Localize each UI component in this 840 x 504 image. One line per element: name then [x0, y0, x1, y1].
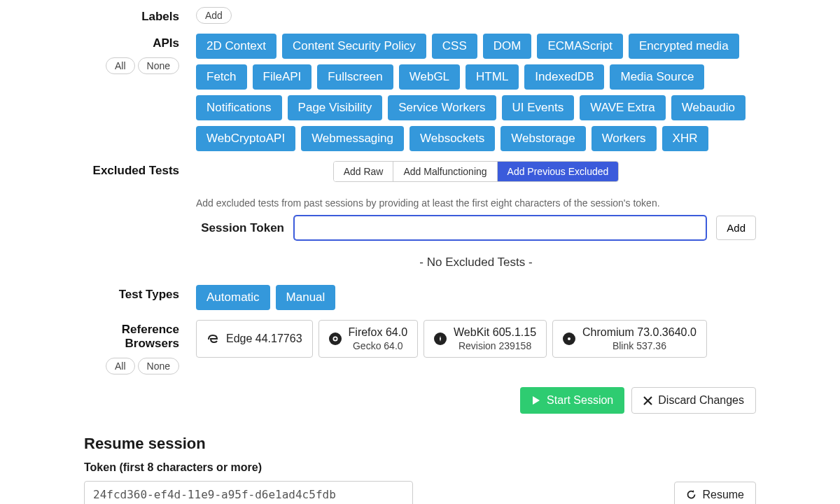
refbrowser-sub: Blink 537.36	[612, 340, 666, 351]
session-token-label: Session Token	[196, 221, 284, 235]
api-tag[interactable]: Webaudio	[671, 95, 746, 120]
api-tag[interactable]: ECMAScript	[537, 34, 623, 59]
testtypes-title: Test Types	[119, 288, 179, 301]
labels-title: Labels	[141, 10, 179, 23]
apis-all-button[interactable]: All	[106, 57, 135, 74]
session-token-input[interactable]	[294, 216, 706, 240]
api-tag[interactable]: Workers	[592, 126, 657, 151]
start-session-button[interactable]: Start Session	[520, 387, 624, 414]
refbrowser-name: Edge 44.17763	[226, 332, 302, 345]
excluded-title: Excluded Tests	[93, 164, 179, 177]
api-tag[interactable]: WAVE Extra	[580, 95, 666, 120]
api-tag[interactable]: WebGL	[399, 64, 460, 90]
api-tag[interactable]: Webstorage	[500, 126, 585, 151]
api-tag[interactable]: Service Workers	[388, 95, 496, 120]
api-tag[interactable]: Media Source	[610, 64, 704, 90]
api-tag[interactable]: Websockets	[410, 126, 495, 151]
api-tag[interactable]: Fullscreen	[317, 64, 393, 90]
excluded-tabs: Add Raw Add Malfunctioning Add Previous …	[333, 161, 620, 182]
api-tag[interactable]: Page Visibility	[288, 95, 383, 120]
api-tag[interactable]: Webmessaging	[301, 126, 404, 151]
excluded-hint: Add excluded tests from past sessions by…	[196, 197, 756, 209]
discard-changes-label: Discard Changes	[658, 394, 744, 407]
svg-point-1	[334, 337, 337, 340]
labels-add-button[interactable]: Add	[196, 7, 232, 24]
refbrowser-sub: Gecko 64.0	[353, 340, 403, 351]
api-tag[interactable]: FileAPI	[253, 64, 312, 90]
refbrowser-name: Firefox 64.0	[349, 326, 407, 339]
refbrowsers-all-button[interactable]: All	[106, 358, 135, 374]
api-tag[interactable]: UI Events	[502, 95, 575, 120]
session-token-add-button[interactable]: Add	[716, 216, 756, 240]
api-tag[interactable]: HTML	[465, 64, 519, 90]
api-tag[interactable]: IndexedDB	[524, 64, 604, 90]
svg-point-2	[568, 337, 570, 340]
api-tag[interactable]: XHR	[662, 126, 708, 151]
refbrowser-name: Chromium 73.0.3640.0	[582, 326, 696, 339]
play-icon	[531, 396, 541, 405]
e-icon	[206, 332, 219, 345]
tab-add-raw[interactable]: Add Raw	[334, 162, 393, 181]
start-session-label: Start Session	[547, 394, 613, 407]
refbrowsers-none-button[interactable]: None	[138, 358, 179, 374]
apis-title: APIs	[153, 36, 179, 50]
testtype-tag[interactable]: Manual	[276, 285, 336, 310]
chrome-icon	[563, 332, 575, 345]
api-tag[interactable]: DOM	[483, 34, 532, 59]
refbrowser-card[interactable]: Edge 44.17763	[196, 320, 313, 358]
resume-token-label: Token (first 8 characters or more)	[84, 461, 756, 474]
discard-changes-button[interactable]: Discard Changes	[631, 387, 756, 414]
resume-token-input[interactable]	[84, 481, 413, 504]
webkit-icon	[434, 332, 447, 345]
apis-none-button[interactable]: None	[138, 57, 179, 74]
refbrowser-sub: Revision 239158	[458, 340, 531, 351]
resume-heading: Resume session	[84, 435, 756, 453]
refbrowser-name: WebKit 605.1.15	[454, 326, 536, 339]
api-tag[interactable]: Content Security Policy	[282, 34, 426, 59]
refbrowsers-title: Reference Browsers	[122, 323, 179, 350]
resume-button[interactable]: Resume	[674, 482, 756, 505]
api-tag[interactable]: Encrypted media	[629, 34, 739, 59]
refbrowser-card[interactable]: Firefox 64.0Gecko 64.0	[318, 320, 418, 358]
close-icon	[643, 396, 652, 405]
refbrowser-card[interactable]: WebKit 605.1.15Revision 239158	[424, 320, 547, 358]
tab-add-previous-excluded[interactable]: Add Previous Excluded	[497, 162, 619, 181]
api-tag[interactable]: CSS	[432, 34, 477, 59]
api-tag[interactable]: Fetch	[196, 64, 247, 90]
no-excluded-text: - No Excluded Tests -	[196, 255, 756, 270]
api-tag[interactable]: 2D Context	[196, 34, 276, 59]
tab-add-malfunctioning[interactable]: Add Malfunctioning	[393, 162, 496, 181]
firefox-icon	[329, 332, 342, 345]
refresh-icon	[686, 489, 696, 500]
testtype-tag[interactable]: Automatic	[196, 285, 270, 310]
refbrowser-card[interactable]: Chromium 73.0.3640.0Blink 537.36	[552, 320, 707, 358]
api-tag[interactable]: Notifications	[196, 95, 282, 120]
api-tag[interactable]: WebCryptoAPI	[196, 126, 295, 151]
resume-button-label: Resume	[702, 489, 744, 501]
